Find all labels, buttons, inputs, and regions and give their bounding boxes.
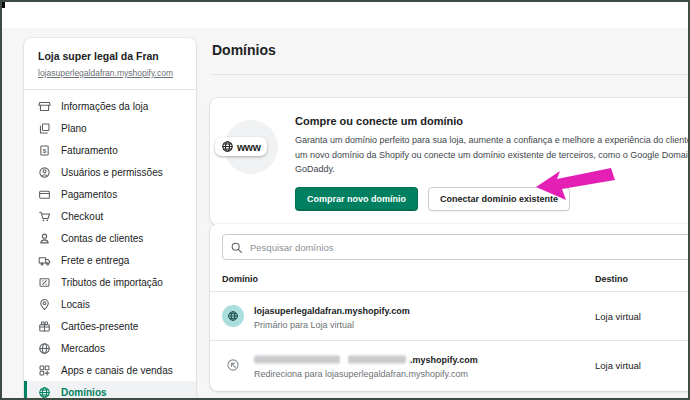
sidebar-item-label: Locais — [61, 299, 90, 310]
domain-row-primary-domain[interactable]: lojasuperlegaldafran.myshopify.com Primá… — [210, 292, 690, 340]
www-illustration: www — [224, 120, 278, 174]
sidebar-item-label: Frete e entrega — [61, 255, 129, 266]
redirect-icon — [222, 354, 244, 376]
table-header-row: Domínio Destino — [210, 268, 690, 291]
apps-icon — [38, 364, 51, 377]
store-name: Loja super legal da Fran — [38, 50, 182, 62]
domain-destination: Loja virtual — [595, 311, 641, 322]
domain-row-redirected-domain[interactable]: .myshopify.com Redireciona para lojasupe… — [210, 340, 690, 389]
settings-sidebar: Loja super legal da Fran lojasuperlegald… — [24, 38, 196, 400]
sidebar-item-label: Informações da loja — [61, 101, 148, 112]
sidebar-item-label: Mercados — [61, 343, 105, 354]
sidebar-item-apps-sales-channels[interactable]: Apps e canais de vendas — [24, 359, 196, 381]
sidebar-item-gift-cards[interactable]: Cartões-presente — [24, 315, 196, 337]
sidebar-item-label: Checkout — [61, 211, 103, 222]
sidebar-item-label: Domínios — [61, 387, 107, 398]
column-header-domain: Domínio — [222, 274, 595, 284]
top-bar — [2, 2, 688, 28]
promo-body: Garanta um domínio perfeito para sua loj… — [295, 133, 690, 177]
gift-card-icon — [38, 320, 51, 333]
customers-icon — [38, 232, 51, 245]
sidebar-item-label: Plano — [61, 123, 87, 134]
globe-icon — [222, 305, 244, 327]
promo-body-line: um novo domínio da Shopify ou conecte um… — [295, 148, 690, 163]
screenshot-corner-artifact — [0, 0, 5, 8]
sidebar-item-import-duties[interactable]: Tributos de importação — [24, 271, 196, 293]
domains-list-card: Domínio Destino lojasuperlegaldafran.mys… — [210, 224, 690, 391]
sidebar-item-shipping-delivery[interactable]: Frete e entrega — [24, 249, 196, 271]
buy-or-connect-domain-card: www Compre ou conecte um domínio Garanta… — [210, 98, 690, 225]
duties-icon — [38, 276, 51, 289]
annotation-arrow — [533, 165, 617, 201]
sidebar-item-label: Contas de clientes — [61, 233, 143, 244]
sidebar-item-label: Usuários e permissões — [61, 167, 163, 178]
page-title: Domínios — [212, 42, 276, 58]
www-badge-label: www — [237, 141, 261, 153]
sidebar-item-payments[interactable]: Pagamentos — [24, 183, 196, 205]
promo-body-line: GoDaddy. — [295, 162, 690, 177]
domain-name: .myshopify.com — [254, 355, 478, 365]
promo-body-line: Garanta um domínio perfeito para sua loj… — [295, 133, 690, 148]
domain-rows: lojasuperlegaldafran.myshopify.com Primá… — [210, 292, 690, 389]
sidebar-item-label: Apps e canais de vendas — [61, 365, 173, 376]
sidebar-item-customer-accounts[interactable]: Contas de clientes — [24, 227, 196, 249]
store-url-link[interactable]: lojasuperlegaldafran.myshopify.com — [38, 68, 173, 78]
svg-text:$: $ — [43, 146, 47, 153]
sidebar-item-locations[interactable]: Locais — [24, 293, 196, 315]
sidebar-item-plan[interactable]: Plano — [24, 117, 196, 139]
globe-www-icon — [221, 140, 234, 153]
sidebar-item-billing[interactable]: $ Faturamento — [24, 139, 196, 161]
header-divider — [210, 74, 688, 75]
sidebar-item-label: Faturamento — [61, 145, 118, 156]
sidebar-item-store-info[interactable]: Informações da loja — [24, 95, 196, 117]
plan-icon — [38, 122, 51, 135]
promo-heading: Compre ou conecte um domínio — [295, 115, 690, 127]
payments-icon — [38, 188, 51, 201]
buy-new-domain-button[interactable]: Comprar novo domínio — [295, 187, 418, 212]
sidebar-item-markets[interactable]: Mercados — [24, 337, 196, 359]
search-domains-input[interactable] — [222, 234, 690, 260]
sidebar-item-checkout[interactable]: Checkout — [24, 205, 196, 227]
checkout-icon — [38, 210, 51, 223]
domain-subtitle: Primário para Loja virtual — [254, 319, 410, 332]
locations-icon — [38, 298, 51, 311]
billing-icon: $ — [38, 144, 51, 157]
markets-icon — [38, 342, 51, 355]
domain-destination: Loja virtual — [595, 360, 641, 371]
settings-nav: Informações da loja Plano $ Faturamento … — [24, 90, 196, 400]
sidebar-item-domains[interactable]: Domínios — [24, 381, 196, 400]
sidebar-item-users-permissions[interactable]: Usuários e permissões — [24, 161, 196, 183]
redacted-domain-blur — [254, 355, 410, 365]
domain-subtitle: Redireciona para lojasuperlegaldafran.my… — [254, 368, 478, 381]
sidebar-item-label: Tributos de importação — [61, 277, 163, 288]
column-header-destination: Destino — [595, 274, 628, 284]
store-icon — [38, 100, 51, 113]
sidebar-item-label: Pagamentos — [61, 189, 117, 200]
store-header: Loja super legal da Fran lojasuperlegald… — [24, 38, 196, 90]
shipping-icon — [38, 254, 51, 267]
sidebar-item-label: Cartões-presente — [61, 321, 138, 332]
users-icon — [38, 166, 51, 179]
domains-icon — [38, 386, 51, 399]
domain-name: lojasuperlegaldafran.myshopify.com — [254, 306, 410, 316]
